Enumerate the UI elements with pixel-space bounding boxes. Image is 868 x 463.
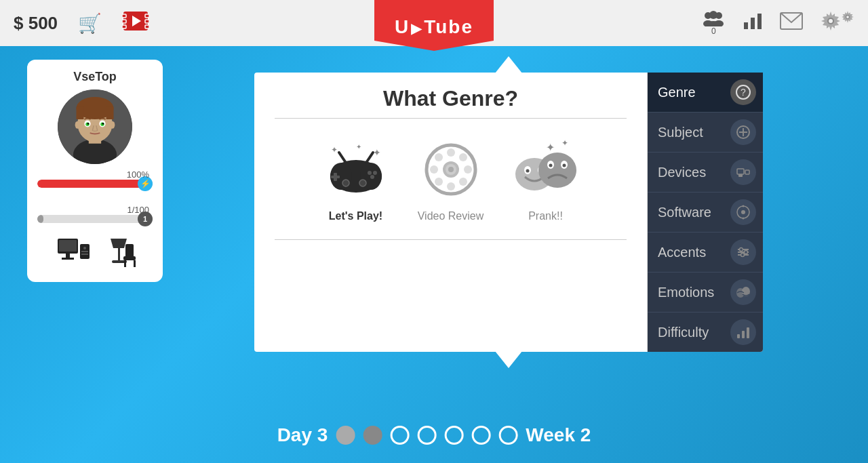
film-strip-icon[interactable] (122, 9, 149, 38)
menu-item-devices[interactable]: Devices (648, 153, 763, 193)
dot-5 (444, 426, 463, 445)
health-percentage: 100% (37, 169, 149, 180)
center-area: What Genre? (176, 56, 841, 368)
svg-rect-14 (744, 22, 748, 29)
player-name: VseTop (73, 70, 117, 84)
svg-rect-46 (81, 254, 88, 255)
dot-3 (390, 426, 409, 445)
health-bar-container: ⚡ (37, 180, 153, 188)
cart-icon[interactable]: 🛒 (78, 12, 102, 35)
svg-point-86 (538, 153, 576, 188)
svg-line-64 (339, 153, 346, 163)
people-count: 0 (711, 26, 716, 36)
videoreview-label: Video Review (418, 210, 484, 222)
svg-point-38 (110, 121, 115, 129)
genre-option-videoreview[interactable]: Video Review (414, 136, 488, 222)
logo-text: U▶Tube (395, 16, 473, 38)
svg-point-60 (368, 171, 372, 175)
genre-panel: What Genre? (254, 73, 648, 352)
prank-icon: ✦ ✦ (509, 136, 583, 203)
mail-icon[interactable] (780, 12, 803, 34)
svg-point-78 (459, 178, 467, 186)
svg-point-110 (741, 254, 745, 257)
menu-icon-subject (730, 119, 756, 145)
menu-item-emotions[interactable]: Emotions (648, 273, 763, 313)
prank-label: Prank!! (528, 210, 563, 222)
menu-item-subject[interactable]: Subject (648, 113, 763, 153)
menu-icon-devices (730, 159, 756, 185)
right-menu: Genre ? Subject (648, 73, 763, 352)
dialog-arrow-top (495, 56, 522, 73)
settings-icon[interactable] (820, 10, 854, 36)
menu-label-emotions: Emotions (658, 285, 714, 300)
svg-rect-41 (66, 254, 70, 258)
svg-point-61 (370, 175, 374, 179)
menu-icon-genre: ? (730, 79, 756, 105)
svg-rect-114 (742, 331, 745, 338)
svg-point-71 (447, 148, 455, 157)
svg-point-102 (741, 210, 745, 214)
menu-item-genre[interactable]: Genre ? (648, 73, 763, 113)
stats-icon[interactable] (743, 12, 763, 35)
svg-rect-113 (737, 334, 740, 338)
svg-point-72 (447, 182, 455, 190)
svg-rect-2 (122, 20, 126, 23)
menu-icon-difficulty (730, 319, 756, 345)
svg-point-63 (359, 180, 366, 186)
dot-1 (336, 426, 355, 445)
svg-rect-4 (145, 14, 149, 18)
genre-options: ✦ ✦ ✦ Let's Play! (275, 136, 627, 222)
dialog-box: What Genre? (254, 73, 763, 352)
xp-bar-container: 1 (37, 215, 153, 223)
genre-title: What Genre? (275, 86, 627, 111)
dot-4 (417, 426, 436, 445)
svg-text:✦: ✦ (373, 147, 381, 158)
svg-rect-5 (145, 20, 149, 23)
day-label: Day 3 (277, 424, 328, 446)
svg-rect-1 (122, 14, 126, 18)
svg-point-37 (75, 121, 80, 129)
svg-text:✦: ✦ (356, 143, 361, 150)
bottom-icons (54, 239, 136, 272)
svg-rect-15 (751, 18, 755, 29)
svg-point-84 (526, 169, 529, 173)
menu-icon-accents (730, 239, 756, 265)
menu-label-accents: Accents (658, 245, 706, 260)
svg-rect-53 (134, 260, 136, 267)
svg-point-90 (562, 164, 566, 167)
menu-label-devices: Devices (658, 165, 706, 180)
player-panel: VseTop (27, 60, 163, 282)
svg-point-80 (448, 167, 454, 172)
svg-point-73 (430, 165, 438, 174)
svg-point-77 (435, 178, 443, 186)
svg-rect-98 (737, 169, 744, 174)
letsplay-icon: ✦ ✦ ✦ (319, 136, 393, 203)
genre-bottom-divider (275, 239, 627, 240)
menu-label-software: Software (658, 205, 711, 220)
letsplay-label: Let's Play! (329, 210, 382, 222)
svg-rect-45 (81, 251, 88, 252)
svg-point-10 (709, 11, 717, 19)
genre-option-letsplay[interactable]: ✦ ✦ ✦ Let's Play! (319, 136, 393, 222)
svg-text:✦: ✦ (331, 145, 338, 155)
svg-rect-52 (124, 260, 126, 267)
people-counter: 0 (701, 10, 726, 36)
genre-option-prank[interactable]: ✦ ✦ Prank!! (509, 136, 583, 222)
menu-item-difficulty[interactable]: Difficulty (648, 313, 763, 352)
logo: U▶Tube (374, 0, 494, 51)
svg-point-23 (846, 16, 849, 18)
svg-line-65 (366, 153, 373, 163)
menu-item-software[interactable]: Software (648, 193, 763, 233)
svg-rect-58 (331, 176, 340, 178)
svg-point-35 (87, 123, 90, 125)
svg-point-20 (829, 19, 833, 23)
top-bar-right: 0 (701, 10, 854, 36)
svg-text:✦: ✦ (561, 139, 568, 148)
svg-marker-47 (111, 239, 127, 248)
svg-rect-3 (122, 25, 126, 28)
menu-item-accents[interactable]: Accents (648, 233, 763, 273)
svg-point-36 (102, 123, 104, 125)
desk-icon (54, 239, 92, 272)
menu-label-difficulty: Difficulty (658, 325, 709, 340)
menu-label-subject: Subject (658, 125, 703, 140)
